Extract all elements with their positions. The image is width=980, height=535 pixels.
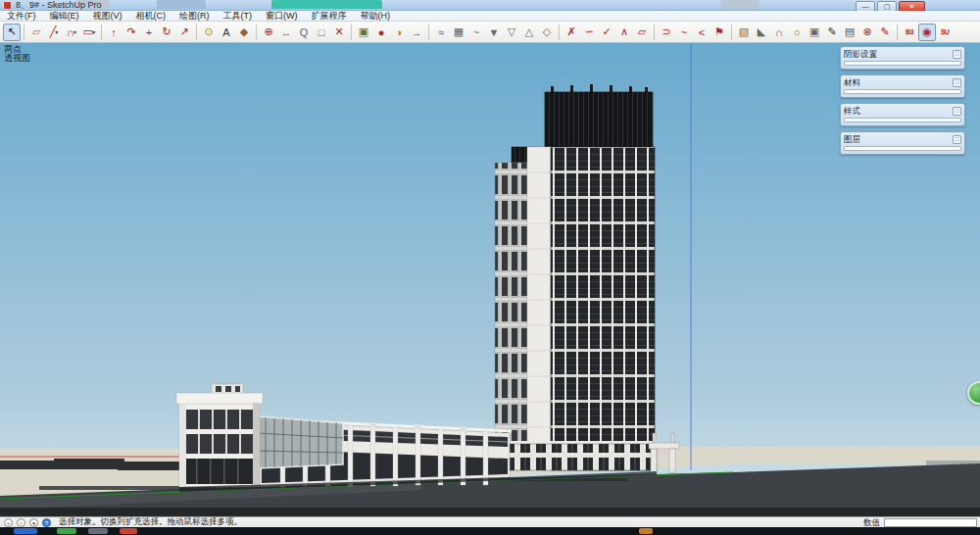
su-components-button-icon[interactable]: SU	[936, 24, 954, 41]
rectangle-tool-icon[interactable]: ▭▾	[80, 24, 98, 41]
toolbar-separator	[731, 24, 732, 40]
scale-tool-icon[interactable]: ↗	[175, 24, 193, 41]
taskbar-icon-red[interactable]	[120, 528, 137, 534]
zoom-tool-icon[interactable]: Q	[295, 24, 313, 41]
sandbox-smoove-tool-icon[interactable]: ~	[467, 24, 485, 41]
bezier-curve-tool-icon[interactable]: ∽	[580, 24, 598, 41]
freehand-curve-tool-icon[interactable]: ~	[675, 24, 693, 41]
tray-header[interactable]: 图层□	[844, 134, 961, 144]
toolbar: ↖▱╱▾∩▾▭▾↑↷+↻↗⊙A◆⊕↔Q□✕▣●◑→≈▦~▼▽△◇✗∽✓∧▱⊃~<…	[0, 22, 980, 43]
tray-panel: 阴影设置□	[840, 46, 965, 70]
background-window-tab-gray2	[720, 0, 760, 9]
dome-tool-icon[interactable]: ∩	[770, 24, 788, 41]
weld-tool-icon[interactable]: ✗	[563, 24, 580, 41]
zoom-extents-tool-icon[interactable]: ✕	[330, 24, 348, 41]
menu-绘图[interactable]: 绘图(R)	[172, 11, 217, 22]
quad-face-tool-icon[interactable]: ▱	[633, 24, 651, 41]
tray-collapse-button[interactable]: □	[953, 50, 961, 59]
paint-bucket-tool-icon[interactable]: ◆	[235, 24, 253, 41]
sandbox-stamp-tool-icon[interactable]: ▼	[485, 24, 503, 41]
taskbar-icon-gray[interactable]	[88, 528, 108, 534]
tray-header[interactable]: 样式□	[844, 106, 961, 116]
library-tool-icon[interactable]: ▤	[841, 24, 858, 41]
tray-collapse-button[interactable]: □	[953, 135, 961, 144]
tray-panel: 图层□	[840, 131, 965, 155]
menu-工具[interactable]: 工具(T)	[217, 11, 260, 22]
menu-文件[interactable]: 文件(F)	[0, 11, 43, 22]
menu-帮助[interactable]: 帮助(H)	[354, 11, 398, 22]
credit-icon[interactable]: i	[17, 518, 25, 527]
export-tool-icon[interactable]: →	[408, 24, 425, 41]
arc-tool-icon[interactable]: ∩▾	[63, 24, 80, 41]
3d-warehouse-button-icon[interactable]: B3	[901, 24, 918, 41]
sandbox-from-contours-tool-icon[interactable]: ≈	[432, 24, 450, 41]
text-tool-icon[interactable]: A	[218, 24, 235, 41]
tray-title: 图层	[844, 134, 860, 144]
start-orb-fragment[interactable]	[14, 528, 37, 534]
toolbar-separator	[256, 24, 257, 40]
menu-相机[interactable]: 相机(C)	[129, 11, 173, 22]
geo-location-tool-icon[interactable]: ●	[372, 24, 390, 41]
tray-header[interactable]: 材料□	[844, 77, 961, 87]
model-viewport[interactable]: 两点 透视图 阴影设置□材料□样式□图层□	[0, 43, 980, 516]
tray-panel: 样式□	[840, 103, 965, 126]
marker-pen-tool-icon[interactable]: ✎	[876, 24, 894, 41]
menu-扩展程序[interactable]: 扩展程序	[305, 11, 354, 22]
peak-tool-icon[interactable]: ∧	[615, 24, 633, 41]
tray-content-strip[interactable]	[844, 118, 961, 122]
component-boxes-tool-icon[interactable]: ▣	[806, 24, 823, 41]
help-icon[interactable]: ?	[42, 518, 51, 527]
left-block-building	[176, 384, 263, 487]
solid-box-tool-icon[interactable]: ▧	[735, 24, 753, 41]
measurements-input[interactable]	[884, 518, 977, 527]
taskbar-icon-green[interactable]	[57, 528, 76, 534]
rotate-tool-icon[interactable]: ↻	[158, 24, 175, 41]
orbit-tool-icon[interactable]: ⊕	[260, 24, 277, 41]
menu-bar: 文件(F)编辑(E)视图(V)相机(C)绘图(R)工具(T)窗口(W)扩展程序帮…	[0, 11, 980, 22]
tray-title: 样式	[844, 106, 860, 116]
angle-tool-icon[interactable]: <	[693, 24, 710, 41]
tray-content-strip[interactable]	[844, 61, 961, 66]
match-photo-tool-icon[interactable]: ◑	[390, 24, 408, 41]
move-tool-icon[interactable]: +	[140, 24, 158, 41]
window-title: 8、9# - SketchUp Pro	[16, 0, 102, 11]
tray-collapse-button[interactable]: □	[953, 107, 961, 116]
flag-tool-icon[interactable]: ⚑	[710, 24, 728, 41]
protractor-tool-icon[interactable]: ◣	[753, 24, 770, 41]
eraser-tool-icon[interactable]: ▱	[27, 24, 45, 41]
geolocation-icon[interactable]: +	[4, 518, 13, 527]
tray-collapse-button[interactable]: □	[953, 78, 961, 87]
tray-content-strip[interactable]	[844, 89, 961, 94]
sandbox-from-scratch-tool-icon[interactable]: ▦	[450, 24, 467, 41]
user-icon[interactable]: ●	[29, 518, 38, 527]
hook-curve-tool-icon[interactable]: ⊃	[658, 24, 675, 41]
status-bar: +i●? 选择对象。切换到扩充选择。拖动鼠标选择多项。 数值	[0, 516, 980, 527]
menu-视图[interactable]: 视图(V)	[86, 11, 129, 22]
compass-tool-icon[interactable]: ⊗	[858, 24, 876, 41]
taskbar-text-orange[interactable]	[639, 528, 653, 534]
tape-measure-tool-icon[interactable]: ⊙	[200, 24, 218, 41]
zoom-window-tool-icon[interactable]: □	[313, 24, 330, 41]
follow-me-tool-icon[interactable]: ↷	[122, 24, 140, 41]
sandbox-drape-tool-icon[interactable]: ▽	[503, 24, 520, 41]
menu-编辑[interactable]: 编辑(E)	[43, 11, 86, 22]
select-tool-icon[interactable]: ↖	[3, 24, 21, 41]
tray-content-strip[interactable]	[844, 146, 961, 151]
background-window-tab-blue	[157, 0, 206, 9]
windows-taskbar[interactable]	[0, 527, 980, 535]
edit-component-tool-icon[interactable]: ✎	[823, 24, 841, 41]
arc-curve-tool-icon[interactable]: ✓	[598, 24, 615, 41]
cylinder-tool-icon[interactable]: ○	[788, 24, 806, 41]
camera-type-label: 两点 透视图	[4, 45, 30, 63]
pan-tool-icon[interactable]: ↔	[277, 24, 295, 41]
sandbox-add-detail-tool-icon[interactable]: △	[520, 24, 538, 41]
toolbar-separator	[428, 24, 429, 40]
title-bar[interactable]: 8、9# - SketchUp Pro — ▢ ✕	[0, 0, 980, 11]
push-pull-tool-icon[interactable]: ↑	[105, 24, 122, 41]
image-tool-icon[interactable]: ▣	[355, 24, 372, 41]
line-tool-icon[interactable]: ╱▾	[45, 24, 63, 41]
sandbox-flip-edge-tool-icon[interactable]: ◇	[538, 24, 556, 41]
tray-header[interactable]: 阴影设置□	[844, 49, 961, 59]
extension-warehouse-button-icon[interactable]: ◉	[918, 24, 936, 41]
menu-窗口[interactable]: 窗口(W)	[259, 11, 305, 22]
